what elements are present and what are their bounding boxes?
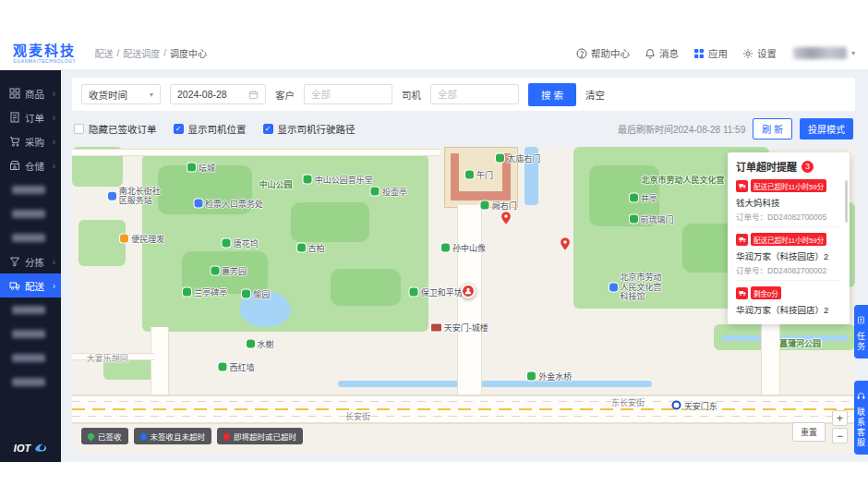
map-label-poi-blue[interactable]: 南北长街社区服务站 <box>108 187 162 206</box>
header-action-apps[interactable]: 应用 <box>693 46 728 60</box>
customer-input[interactable] <box>304 84 392 104</box>
time-type-select[interactable]: 收货时间 ▾ <box>81 84 161 104</box>
overdue-order-item[interactable]: 配送已超时11小时59分钱大妈科技订单号：DD24082700005 <box>736 174 841 226</box>
map-label-poi-green[interactable]: 古柏 <box>297 242 325 254</box>
map-label-poi-orange[interactable]: 便民理发 <box>120 233 164 245</box>
map-canvas[interactable]: 坛城南北长街社区服务站检票入口票务处便民理发中山公园中山公园音乐堂投壶亭午门太庙… <box>72 147 855 453</box>
map-label-poi-green[interactable]: 保卫和平坊 <box>410 286 463 298</box>
sidebar-item-blurred[interactable] <box>0 201 61 225</box>
map-label-road: 大宴乐胡同 <box>87 352 128 364</box>
map-label-poi-green[interactable]: 井亭 <box>630 191 657 203</box>
map-label-poi-green[interactable]: 阙右门 <box>481 199 517 211</box>
map-label-poi-green[interactable]: 西红墙 <box>219 361 255 373</box>
sidebar-item-订单[interactable]: 订单› <box>0 105 61 129</box>
map-label-text: 长安街 <box>345 410 370 422</box>
poi-icon <box>410 288 418 297</box>
map-label-poi-green[interactable]: 坛城 <box>187 161 215 173</box>
poi-icon <box>630 193 638 201</box>
panel-header: 订单超时提醒 3 <box>736 159 841 174</box>
overdue-order-item[interactable]: 配送已超时11小时59分华润万家（科技园店）2订单号：DD24082700002 <box>736 226 841 280</box>
driver-label: 司机 <box>402 88 421 102</box>
header-action-settings[interactable]: 设置 <box>742 46 777 60</box>
map-label-poi-green[interactable]: 蕙芳园 <box>211 265 247 277</box>
breadcrumb-item[interactable]: 调度中心 <box>170 46 207 60</box>
map-label-building[interactable]: 天安门-城楼 <box>431 322 488 334</box>
map-label-poi-green[interactable]: 投壶亭 <box>371 185 407 197</box>
overdue-order-item[interactable]: 剩余0分华润万家（科技园店）2 <box>736 280 841 321</box>
header-action-label: 应用 <box>708 46 728 60</box>
option-checkbox-2[interactable]: ✓显示司机行驶路径 <box>263 122 356 136</box>
brand-logo[interactable]: 观麦科技 GUANMAITECHNOLOGY <box>13 43 77 64</box>
brand-name: 观麦科技 <box>13 43 77 57</box>
panel-scrollbar[interactable] <box>845 180 848 223</box>
sidebar-item-label: 商品 <box>25 87 44 101</box>
sidebar-item-blurred[interactable] <box>0 225 61 249</box>
sidebar-item-blurred[interactable] <box>0 322 61 346</box>
sidebar-item-blurred[interactable] <box>0 177 61 201</box>
map-jinshui-river <box>338 381 651 387</box>
map-label-text: 菖蒲河公园 <box>779 336 821 348</box>
map-label-metro[interactable]: 天安门东 <box>672 399 717 411</box>
selected-order-marker[interactable] <box>461 284 476 298</box>
sidebar-item-blurred[interactable] <box>0 370 61 394</box>
map-reset-button[interactable]: 重置 <box>792 422 826 442</box>
driver-input[interactable] <box>430 84 519 104</box>
map-label-text: 天安门-城楼 <box>444 322 488 334</box>
sidebar-item-配送[interactable]: 配送› <box>0 273 61 298</box>
map-label-poi-green[interactable]: 唐花坞 <box>223 237 259 249</box>
breadcrumb-item[interactable]: 配送 <box>95 46 114 60</box>
map-label-poi-blue[interactable]: 检票入口票务处 <box>194 198 263 210</box>
zoom-out-button[interactable]: − <box>832 428 848 443</box>
sidebar-item-label: 仓储 <box>25 159 44 173</box>
map-label-poi-green[interactable]: 兰亭碑亭 <box>183 286 227 298</box>
option-checkbox-0[interactable]: 隐藏已签收订单 <box>74 122 157 136</box>
header-action-help[interactable]: 帮助中心 <box>576 46 630 60</box>
search-button[interactable]: 搜 索 <box>528 83 576 106</box>
map-label-poi-green[interactable]: 愉园 <box>242 287 270 299</box>
clear-button[interactable]: 清空 <box>585 88 605 102</box>
map-label-poi-green[interactable]: 太庙右门 <box>496 152 540 164</box>
poi-icon <box>304 175 312 183</box>
order-pin-red[interactable] <box>500 212 511 228</box>
refresh-button[interactable]: 刷 新 <box>753 118 792 140</box>
checkbox-unchecked[interactable] <box>74 124 84 134</box>
order-tag-row: 配送已超时11小时59分 <box>736 233 841 246</box>
map-label-road: 东长安街 <box>611 396 645 408</box>
breadcrumb-item[interactable]: 配送调度 <box>123 46 160 60</box>
date-picker[interactable]: 2024-08-28 <box>170 84 266 104</box>
sidebar-item-仓储[interactable]: 仓储› <box>0 153 61 177</box>
app-window: 观麦科技 GUANMAITECHNOLOGY 配送/配送调度/调度中心 帮助中心… <box>0 0 868 498</box>
sidebar-item-blurred[interactable] <box>0 298 61 322</box>
zoom-in-button[interactable]: + <box>832 410 848 426</box>
checkbox-checked[interactable]: ✓ <box>263 124 273 134</box>
sidebar-item-采购[interactable]: 采购› <box>0 129 61 153</box>
map-label-text: 大宴乐胡同 <box>87 352 128 364</box>
map-label-text: 唐花坞 <box>234 237 259 249</box>
side-tab-任务[interactable]: 任务 <box>854 305 868 358</box>
blurred-label <box>12 354 45 362</box>
map-label-poi-blue[interactable]: 北京市劳动人民文化宫科技馆 <box>609 273 663 302</box>
checkbox-checked[interactable]: ✓ <box>174 124 184 134</box>
option-checkbox-1[interactable]: ✓显示司机位置 <box>174 122 247 136</box>
header-action-message[interactable]: 消息 <box>645 46 679 60</box>
side-tab-联系客服[interactable]: 联系客服 <box>854 381 868 455</box>
sidebar-item-blurred[interactable] <box>0 346 61 370</box>
map-label-poi-green[interactable]: 孙中山像 <box>441 242 486 254</box>
cast-mode-button[interactable]: 投屏模式 <box>800 118 853 140</box>
sidebar-item-分拣[interactable]: 分拣› <box>0 249 61 273</box>
sidebar-item-商品[interactable]: 商品› <box>0 81 61 105</box>
map-label-poi-green[interactable]: 前琉璃门 <box>630 213 674 225</box>
map-label-poi-green[interactable]: 外金水桥 <box>527 370 572 383</box>
map-label-poi-green[interactable]: 水榭 <box>247 338 274 350</box>
poi-icon <box>371 187 380 195</box>
overdue-tag: 剩余0分 <box>751 286 781 299</box>
blurred-label <box>12 186 45 194</box>
task-icon <box>857 311 865 328</box>
map-label-poi-green[interactable]: 中山公园音乐堂 <box>304 173 373 185</box>
user-menu[interactable]: ▾ <box>793 47 855 59</box>
gate-icon <box>431 323 441 331</box>
customer-label: 客户 <box>275 88 295 102</box>
map-label-text: 孙中山像 <box>452 242 486 254</box>
map-label-poi-green[interactable]: 午门 <box>465 168 493 180</box>
order-pin-red[interactable] <box>561 237 571 254</box>
